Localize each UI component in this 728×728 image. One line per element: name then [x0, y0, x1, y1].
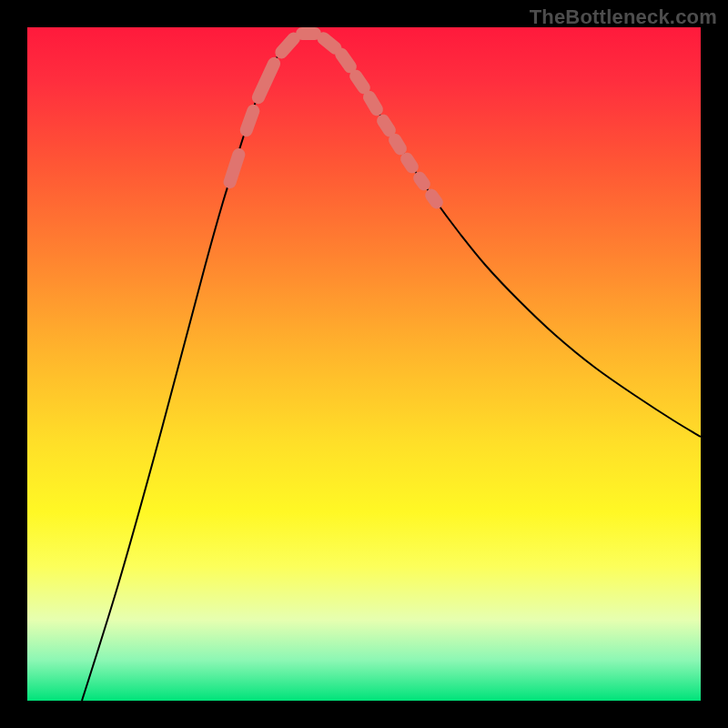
chart-svg — [27, 27, 701, 701]
highlight-marker — [222, 147, 247, 190]
highlight-marker — [238, 103, 262, 138]
highlight-marker — [250, 56, 283, 106]
watermark-text: TheBottleneck.com — [530, 5, 717, 29]
chart-area — [27, 27, 701, 701]
highlight-markers — [222, 27, 446, 211]
